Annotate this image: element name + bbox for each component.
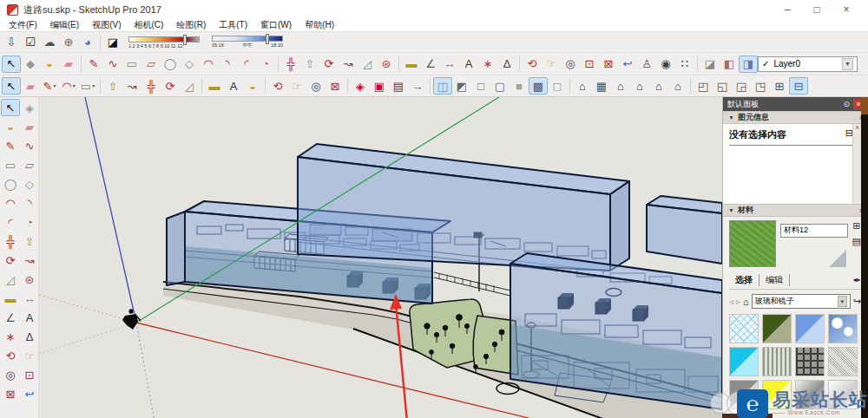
menu-item-6[interactable]: 窗口(W) bbox=[260, 19, 292, 31]
menu-item-4[interactable]: 绘图(R) bbox=[176, 19, 206, 31]
style-monochrome-toggle[interactable]: ◻ bbox=[548, 77, 567, 95]
paint-bucket-tool[interactable]: ◒ bbox=[1, 118, 20, 135]
zoom-tool[interactable]: ◎ bbox=[561, 56, 580, 73]
warehouse-download-icon[interactable]: ⇩ bbox=[2, 34, 21, 51]
close-button[interactable]: × bbox=[832, 1, 861, 18]
component-attributes-button[interactable]: ▤ bbox=[389, 77, 408, 95]
dropdown-arrow-icon[interactable]: ▾ bbox=[73, 83, 76, 88]
scale-tool[interactable]: ◿ bbox=[1, 271, 20, 288]
three-point-arc-tool[interactable]: ◜ bbox=[1, 213, 20, 231]
walk-tool[interactable]: ∷ bbox=[675, 56, 694, 73]
line-tool[interactable]: ✎▾ bbox=[40, 77, 59, 95]
rotated-rectangle-tool[interactable]: ▱ bbox=[141, 56, 161, 73]
position-camera-tool[interactable]: ♙ bbox=[637, 56, 656, 73]
arc-tool[interactable]: ◠ bbox=[199, 56, 218, 73]
chevron-down-icon[interactable]: ▼ bbox=[838, 296, 847, 307]
text-tool[interactable]: A bbox=[459, 56, 478, 73]
rectangle-tool[interactable]: ▭▾ bbox=[78, 77, 97, 95]
cloud-upload-icon[interactable]: ☁ bbox=[40, 34, 59, 51]
view-front-button[interactable]: ⌂ bbox=[611, 77, 630, 95]
follow-me-tool[interactable]: ↝ bbox=[122, 77, 141, 95]
material-swatch-ribbed-glass[interactable] bbox=[762, 347, 792, 376]
orbit-tool[interactable]: ⟲ bbox=[523, 56, 542, 73]
offset-tool[interactable]: ⊛ bbox=[20, 271, 39, 288]
tape-measure-tool[interactable]: ▬ bbox=[1, 290, 20, 307]
tape-measure-tool[interactable]: ▬ bbox=[402, 56, 421, 73]
date-slider-marker[interactable] bbox=[183, 35, 187, 45]
scale-tool[interactable]: ◿ bbox=[358, 56, 377, 73]
style-hidden-line-toggle[interactable]: ▢ bbox=[490, 77, 510, 95]
view-iso-button[interactable]: ⌂ bbox=[573, 77, 592, 95]
zoom-previous-tool[interactable]: ↩ bbox=[618, 56, 637, 73]
zoom-tool[interactable]: ◎ bbox=[306, 77, 326, 95]
pan-tool[interactable]: ☞ bbox=[20, 347, 39, 364]
circle-tool[interactable]: ◯ bbox=[161, 56, 180, 73]
3d-text-tool[interactable]: Δ bbox=[20, 328, 39, 345]
eraser-tool[interactable]: ▰ bbox=[59, 56, 78, 73]
zoom-window-tool[interactable]: ⊡ bbox=[580, 56, 599, 73]
pan-tool[interactable]: ☞ bbox=[542, 56, 561, 73]
menu-item-3[interactable]: 相机(C) bbox=[134, 19, 163, 31]
layer-dropdown[interactable]: ✓ Layer0 ▼ bbox=[758, 56, 858, 72]
push-pull-tool[interactable]: ⇧ bbox=[103, 77, 122, 95]
viewport-3d[interactable] bbox=[39, 97, 722, 418]
dimension-tool[interactable]: ↔ bbox=[20, 290, 39, 307]
material-swatch-cyan-glass[interactable] bbox=[729, 347, 759, 376]
details-arrow-icon[interactable]: ↪ bbox=[853, 296, 861, 307]
eraser-tool[interactable]: ▰ bbox=[21, 77, 40, 95]
zoom-tool[interactable]: ◎ bbox=[1, 366, 20, 383]
scale-tool[interactable]: ◿ bbox=[180, 77, 199, 95]
polygon-tool[interactable]: ◇ bbox=[20, 175, 39, 193]
component-options-button[interactable]: ▣ bbox=[370, 77, 389, 95]
pie-tool[interactable]: ◔ bbox=[256, 56, 275, 73]
eyedropper-icon[interactable]: ✒ bbox=[853, 275, 861, 286]
paint-bucket-tool[interactable]: ◒ bbox=[243, 77, 262, 95]
display-section-planes-toggle[interactable]: ◧ bbox=[720, 56, 739, 73]
pin-icon[interactable]: ⊙ bbox=[843, 100, 850, 108]
material-swatch-dark-green-glass[interactable] bbox=[762, 314, 792, 343]
chevron-down-icon[interactable]: ▼ bbox=[842, 58, 853, 70]
material-name-field[interactable] bbox=[780, 224, 848, 238]
3d-text-tool[interactable]: Δ bbox=[497, 56, 516, 73]
solid-split-tool[interactable]: ⊟ bbox=[789, 77, 808, 95]
material-swatch-crosshatch-glass[interactable] bbox=[729, 314, 759, 343]
shadow-date-slider[interactable] bbox=[128, 36, 200, 42]
create-material-icon[interactable]: ⊞ bbox=[852, 220, 860, 232]
freehand-tool[interactable]: ∿ bbox=[103, 56, 122, 73]
section-plane-tool[interactable]: ◪ bbox=[700, 56, 720, 73]
display-secondary-pane-icon[interactable]: ▤ bbox=[852, 236, 861, 247]
orbit-tool[interactable]: ⟲ bbox=[268, 77, 287, 95]
eraser-tool[interactable]: ▰ bbox=[20, 118, 39, 135]
select-tool[interactable]: ↖ bbox=[2, 77, 21, 95]
materials-header[interactable]: ▼ 材料 × bbox=[723, 204, 868, 217]
dropdown-arrow-icon[interactable]: ▾ bbox=[53, 83, 56, 88]
menu-item-5[interactable]: 工具(T) bbox=[219, 19, 247, 31]
rotated-rectangle-tool[interactable]: ▱ bbox=[20, 156, 39, 173]
move-tool[interactable]: ╬ bbox=[141, 77, 161, 95]
pie-tool[interactable]: ◔ bbox=[20, 213, 39, 231]
solid-outer-shell-tool[interactable]: ◰ bbox=[694, 77, 713, 95]
solid-intersect-tool[interactable]: ◱ bbox=[713, 77, 732, 95]
collapse-triangle-icon[interactable]: ▼ bbox=[728, 207, 734, 213]
view-back-button[interactable]: ⌂ bbox=[649, 77, 668, 95]
rotate-tool[interactable]: ⟳ bbox=[1, 251, 20, 269]
protractor-tool[interactable]: ∠ bbox=[421, 56, 440, 73]
polygon-tool[interactable]: ◇ bbox=[180, 56, 199, 73]
freehand-tool[interactable]: ∿ bbox=[20, 137, 39, 154]
select-tool[interactable]: ↖ bbox=[1, 99, 20, 116]
rectangle-tool[interactable]: ▭ bbox=[1, 156, 20, 173]
view-left-button[interactable]: ⌂ bbox=[668, 77, 687, 95]
toggle-shadows-icon[interactable]: ◪ bbox=[103, 34, 122, 51]
zoom-previous-tool[interactable]: ↩ bbox=[20, 385, 39, 402]
shadow-time-slider[interactable] bbox=[212, 36, 283, 42]
make-component-tool[interactable]: ◈ bbox=[351, 77, 370, 95]
material-swatch-frosted-noise-glass[interactable] bbox=[828, 347, 858, 376]
soften-edges-tool[interactable]: ◆ bbox=[21, 56, 40, 73]
three-point-arc-tool[interactable]: ◜ bbox=[237, 56, 256, 73]
push-pull-tool[interactable]: ⇧ bbox=[300, 56, 319, 73]
maximize-button[interactable]: □ bbox=[802, 1, 832, 18]
circle-tool[interactable]: ◯ bbox=[1, 175, 20, 193]
trimble-connect-icon[interactable]: ◕ bbox=[78, 34, 97, 51]
rectangle-tool[interactable]: ▭ bbox=[122, 56, 141, 73]
push-pull-tool[interactable]: ⇧ bbox=[20, 232, 39, 250]
